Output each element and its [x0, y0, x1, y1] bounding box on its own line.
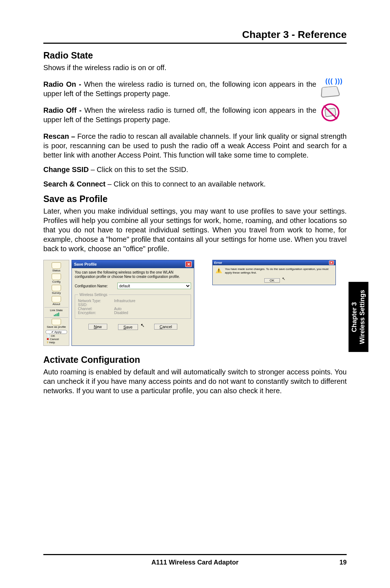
toolbar-about-label: About	[44, 302, 68, 306]
toolbar-link-state-label: Link State	[44, 309, 68, 312]
wireless-settings-fieldset: Wireless Settings Network Type:Infrastru…	[75, 293, 191, 319]
encryption-key: Encryption:	[78, 311, 114, 315]
radio-off-text: When the wireless radio is turned off, t…	[43, 106, 316, 124]
cancel-button[interactable]: Cancel	[154, 324, 177, 330]
network-type-value: Infrastructure	[114, 299, 135, 303]
search-connect-paragraph: Search & Connect – Click on this to conn…	[43, 179, 347, 189]
chapter-header: Chapter 3 - Reference	[43, 29, 347, 44]
signal-bars-icon	[44, 313, 68, 316]
save-profile-dialog: Save Profile ✕ You can save the followin…	[72, 260, 194, 346]
network-type-key: Network Type:	[78, 299, 114, 303]
footer-product: A111 Wireless Card Adaptor	[151, 559, 238, 566]
toolbar-config-icon	[52, 274, 61, 280]
heading-radio-state: Radio State	[43, 50, 347, 61]
toolbar-config-label: Config	[44, 280, 68, 283]
radio-off-paragraph: Radio Off - When the wireless radio is t…	[43, 106, 316, 124]
cursor-icon: ↖	[140, 322, 145, 328]
channel-value: Auto	[114, 307, 122, 311]
radio-on-text: When the wireless radio is turned on, th…	[43, 80, 316, 98]
config-name-label: Configuration Name:	[75, 284, 114, 288]
toolbar-cancel-row[interactable]: ✖ Cancel	[44, 338, 68, 341]
radio-state-intro: Shows if the wireless radio is on or off…	[43, 63, 347, 72]
app-toolbar: Status Config Survey About Link State Sa…	[43, 260, 69, 346]
toolbar-help-row[interactable]: ? Help	[44, 341, 68, 344]
new-button[interactable]: New	[88, 324, 107, 330]
toolbar-survey-icon	[52, 285, 61, 291]
cancel-button-rest: ancel	[162, 325, 172, 329]
save-as-profile-text: Later, when you make individual settings…	[43, 206, 347, 253]
dialog-titlebar: Save Profile ✕	[72, 260, 194, 268]
error-close-icon[interactable]: ✕	[329, 261, 334, 265]
toolbar-status-icon	[52, 262, 61, 269]
search-connect-text: – Click on this to connect to an availab…	[105, 180, 266, 188]
cursor-icon-2: ↖	[282, 276, 285, 281]
error-dialog: Error ✕ ! You have made some changes. To…	[212, 260, 336, 285]
error-dialog-title: Error	[214, 261, 222, 265]
rescan-text: Force the radio to rescan all available …	[43, 132, 347, 159]
activate-configuration-text: Auto roaming is enabled by default and w…	[43, 367, 347, 395]
search-connect-label: Search & Connect	[43, 180, 105, 188]
heading-save-as-profile: Save as Profile	[43, 194, 347, 204]
toolbar-apply-button[interactable]: ✔ Apply	[46, 330, 67, 334]
save-button[interactable]: Save	[118, 324, 138, 330]
prohibited-icon	[321, 103, 339, 121]
toolbar-survey-label: Survey	[44, 291, 68, 295]
save-button-rest: ave	[126, 325, 133, 329]
warning-icon: !	[216, 267, 222, 273]
signal-waves-icon: ((( )))	[321, 77, 347, 85]
change-ssid-label: Change SSID	[43, 166, 89, 173]
channel-key: Channel:	[78, 307, 114, 311]
dialog-description: You can save the following wireless sett…	[75, 270, 191, 279]
side-tab: Chapter 3 Wireless Settings	[348, 282, 368, 352]
toolbar-save-profile-icon	[52, 319, 61, 325]
save-profile-screenshot: Status Config Survey About Link State Sa…	[43, 260, 194, 346]
dialog-title: Save Profile	[74, 262, 97, 266]
wireless-card-small-icon	[325, 108, 337, 117]
toolbar-status-label: Status	[44, 269, 68, 272]
config-name-select[interactable]: default	[117, 283, 191, 289]
toolbar-about-icon	[52, 296, 61, 302]
rescan-label: Rescan –	[43, 132, 77, 140]
heading-activate-configuration: Activate Configuration	[43, 355, 347, 365]
wireless-card-icon	[321, 86, 340, 98]
new-button-rest: ew	[97, 325, 102, 329]
toolbar-ok-row[interactable]: 📄 OK	[44, 334, 68, 338]
change-ssid-text: – Click on this to set the SSID.	[89, 166, 188, 173]
radio-off-icon	[321, 103, 347, 121]
ssid-key: SSID:	[78, 303, 114, 307]
error-message: You have made some changes. To do the sa…	[225, 267, 333, 275]
footer-page-number: 19	[339, 559, 347, 566]
rescan-paragraph: Rescan – Force the radio to rescan all a…	[43, 132, 347, 160]
toolbar-save-profile-label: Save as profile	[44, 325, 68, 329]
error-ok-button[interactable]: OK	[264, 278, 280, 283]
fieldset-legend: Wireless Settings	[78, 293, 109, 297]
radio-off-label: Radio Off -	[43, 106, 84, 114]
radio-on-label: Radio On -	[43, 80, 84, 88]
screenshots-row: Status Config Survey About Link State Sa…	[43, 260, 347, 346]
page-footer: A111 Wireless Card Adaptor 19	[43, 554, 347, 566]
radio-on-paragraph: Radio On - When the wireless radio is tu…	[43, 80, 316, 98]
side-tab-line2: Wireless Settings	[358, 290, 365, 344]
close-icon[interactable]: ✕	[185, 261, 192, 267]
encryption-value: Disabled	[114, 311, 128, 315]
change-ssid-paragraph: Change SSID – Click on this to set the S…	[43, 165, 347, 174]
side-tab-line1: Chapter 3	[351, 302, 358, 332]
radio-on-icon: ((( )))	[321, 77, 347, 97]
